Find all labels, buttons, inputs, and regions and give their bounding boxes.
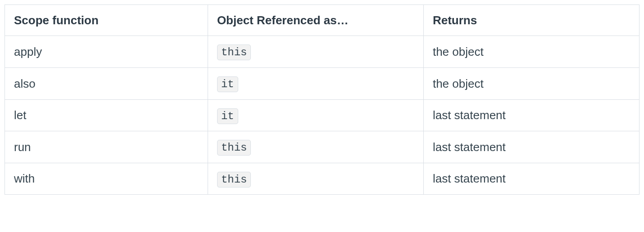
code-reference: it: [217, 76, 238, 92]
scope-functions-table: Scope function Object Referenced as… Ret…: [5, 4, 639, 195]
cell-scope-function: let: [5, 99, 208, 131]
table-row: let it last statement: [5, 99, 639, 131]
cell-scope-function: also: [5, 67, 208, 99]
code-reference: this: [217, 140, 251, 156]
cell-object-reference: this: [208, 36, 423, 68]
cell-returns: the object: [423, 36, 639, 68]
table-row: with this last statement: [5, 163, 639, 195]
cell-returns: last statement: [423, 163, 639, 195]
header-returns: Returns: [423, 5, 639, 36]
cell-object-reference: this: [208, 131, 423, 163]
table-row: also it the object: [5, 67, 639, 99]
cell-returns: the object: [423, 67, 639, 99]
table-row: apply this the object: [5, 36, 639, 68]
cell-object-reference: it: [208, 99, 423, 131]
cell-scope-function: with: [5, 163, 208, 195]
cell-returns: last statement: [423, 131, 639, 163]
cell-object-reference: it: [208, 67, 423, 99]
code-reference: this: [217, 172, 251, 187]
header-scope-function: Scope function: [5, 5, 208, 36]
code-reference: it: [217, 108, 238, 124]
code-reference: this: [217, 45, 251, 60]
table-row: run this last statement: [5, 131, 639, 163]
cell-returns: last statement: [423, 99, 639, 131]
cell-scope-function: apply: [5, 36, 208, 68]
cell-object-reference: this: [208, 163, 423, 195]
table-header-row: Scope function Object Referenced as… Ret…: [5, 5, 639, 36]
header-object-referenced-as: Object Referenced as…: [208, 5, 423, 36]
cell-scope-function: run: [5, 131, 208, 163]
